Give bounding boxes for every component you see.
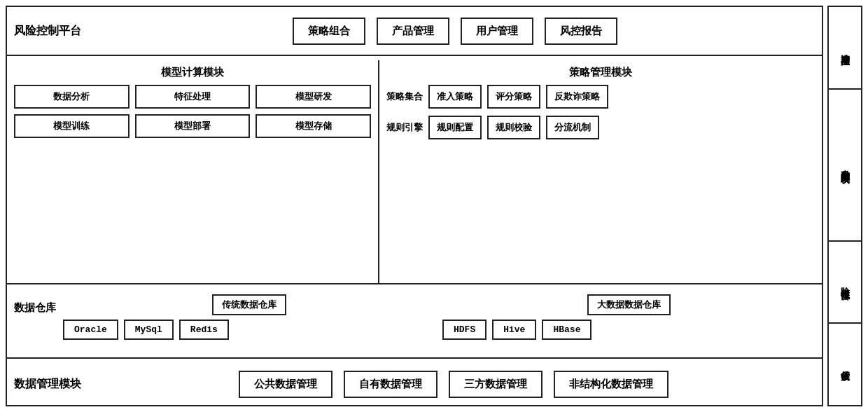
dw-traditional: 传统数据仓库 Oracle MySql Redis [63, 294, 435, 340]
model-module-title: 模型计算模块 [14, 66, 371, 79]
strategy-row-1: 策略集合 准入策略 评分策略 反欺诈策略 [386, 85, 815, 109]
risk-platform-label: 风险控制平台 [14, 24, 81, 39]
strategy-row2-label: 规则引擎 [386, 121, 423, 134]
strategy-row-2: 规则引擎 规则配置 规则校验 分流机制 [386, 116, 815, 139]
model-item-2[interactable]: 模型研发 [255, 85, 371, 109]
section-dw: 数据仓库 传统数据仓库 Oracle MySql Redis [7, 289, 822, 359]
risk-btn-3[interactable]: 风控报告 [545, 18, 617, 45]
risk-btn-2[interactable]: 用户管理 [461, 18, 533, 45]
strategy-r2-item-2[interactable]: 分流机制 [546, 116, 599, 139]
strategy-r2-item-1[interactable]: 规则校验 [487, 116, 540, 139]
sidebar-sublabel-1: 阶段性报告 [829, 242, 861, 324]
dw-bigdata: 大数据数据仓库 HDFS Hive HBase [442, 294, 815, 340]
strategy-r1-item-0[interactable]: 准入策略 [428, 85, 482, 109]
dw-big-2[interactable]: HBase [542, 320, 592, 340]
model-item-1[interactable]: 特征处理 [135, 85, 251, 109]
panel-strategy: 策略管理模块 策略集合 准入策略 评分策略 反欺诈策略 规则引擎 规则配置 规则… [379, 60, 822, 283]
risk-platform-buttons: 策略组合 产品管理 用户管理 风控报告 [95, 18, 815, 45]
sidebar-main-label: 金融产品监管模块 [839, 162, 851, 167]
strategy-module-title: 策略管理模块 [386, 66, 815, 79]
dm-btn-0[interactable]: 公共数据管理 [239, 371, 332, 398]
left-content: 风险控制平台 策略组合 产品管理 用户管理 风控报告 模型计算模块 数据分析 特… [6, 6, 823, 406]
right-sidebar: 逾期监控 金融产品监管模块 阶段性报告 贷后催收 [827, 6, 862, 406]
dm-btn-3[interactable]: 非结构化数据管理 [554, 371, 668, 398]
right-sub-labels: 逾期监控 金融产品监管模块 阶段性报告 贷后催收 [829, 7, 861, 405]
strategy-row1-boxes: 准入策略 评分策略 反欺诈策略 [428, 85, 608, 109]
dm-btn-1[interactable]: 自有数据管理 [344, 371, 438, 398]
model-grid: 数据分析 特征处理 模型研发 模型训练 模型部署 模型存储 [14, 85, 371, 138]
section-dm: 数据管理模块 公共数据管理 自有数据管理 三方数据管理 非结构化数据管理 [7, 363, 822, 405]
risk-btn-1[interactable]: 产品管理 [377, 18, 449, 45]
strategy-row2-boxes: 规则配置 规则校验 分流机制 [428, 116, 599, 139]
dw-label: 数据仓库 [14, 294, 56, 315]
dw-trad-0[interactable]: Oracle [63, 320, 118, 340]
model-item-3[interactable]: 模型训练 [14, 114, 130, 138]
risk-btn-0[interactable]: 策略组合 [293, 18, 365, 45]
dw-trad-2[interactable]: Redis [179, 320, 229, 340]
dw-traditional-label: 传统数据仓库 [212, 294, 286, 315]
dw-big-1[interactable]: Hive [492, 320, 536, 340]
strategy-row1-label: 策略集合 [386, 90, 423, 103]
dm-btn-2[interactable]: 三方数据管理 [449, 371, 542, 398]
section-middle: 模型计算模块 数据分析 特征处理 模型研发 模型训练 模型部署 模型存储 策略管… [7, 60, 822, 284]
strategy-r1-item-2[interactable]: 反欺诈策略 [546, 85, 608, 109]
dw-trad-1[interactable]: MySql [124, 320, 174, 340]
main-wrapper: 风险控制平台 策略组合 产品管理 用户管理 风控报告 模型计算模块 数据分析 特… [0, 0, 868, 412]
model-item-4[interactable]: 模型部署 [135, 114, 251, 138]
model-item-0[interactable]: 数据分析 [14, 85, 130, 109]
dw-content: 传统数据仓库 Oracle MySql Redis 大数据数据仓库 [63, 294, 815, 340]
dm-label: 数据管理模块 [14, 377, 81, 392]
dw-bigdata-label: 大数据数据仓库 [587, 294, 671, 315]
sidebar-sublabel-2: 贷后催收 [829, 324, 861, 405]
strategy-r2-item-0[interactable]: 规则配置 [428, 116, 482, 139]
dw-big-0[interactable]: HDFS [442, 320, 486, 340]
dm-buttons: 公共数据管理 自有数据管理 三方数据管理 非结构化数据管理 [92, 371, 815, 398]
panel-model: 模型计算模块 数据分析 特征处理 模型研发 模型训练 模型部署 模型存储 [7, 60, 379, 283]
strategy-r1-item-1[interactable]: 评分策略 [487, 85, 540, 109]
section-risk: 风险控制平台 策略组合 产品管理 用户管理 风控报告 [7, 7, 822, 56]
sidebar-sublabel-0: 逾期监控 [829, 7, 861, 90]
model-item-5[interactable]: 模型存储 [255, 114, 371, 138]
